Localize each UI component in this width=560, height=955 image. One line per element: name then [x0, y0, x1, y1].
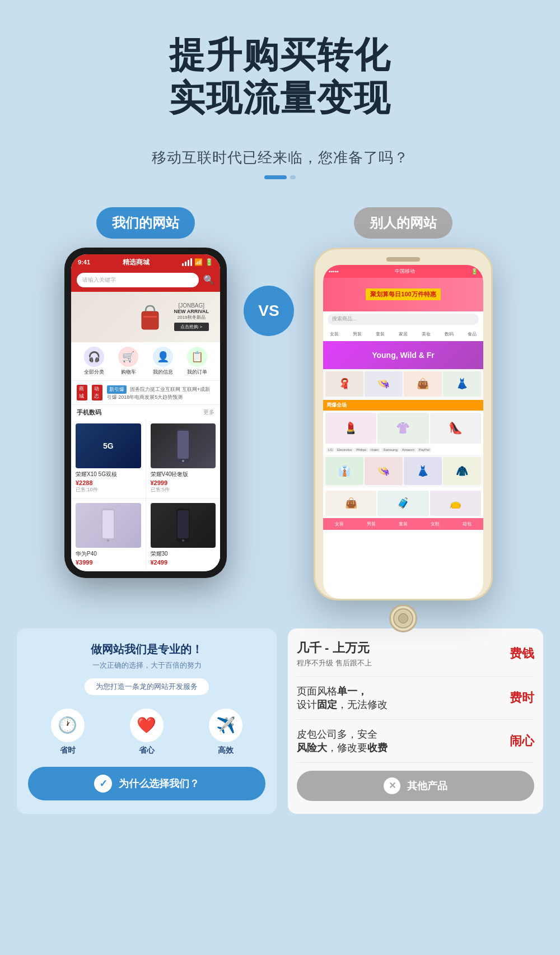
- other-products-button[interactable]: ✕ 其他产品: [297, 771, 534, 801]
- heart-icon-circle: ❤️: [130, 709, 164, 742]
- btn-bag[interactable]: 箱包: [451, 520, 483, 528]
- all-categories-label: 全部分类: [84, 369, 104, 376]
- product-price-2: ¥2999: [151, 479, 216, 486]
- orders-icon: 📋: [187, 347, 207, 367]
- icon-cart[interactable]: 🛒 购物车: [118, 347, 138, 376]
- banner-promo: 聚划算每日100万件特惠: [366, 288, 440, 300]
- product-item-4[interactable]: 荣耀30 ¥2499: [146, 499, 221, 570]
- status-bar: 9:41 精选商城 📶 🔋: [71, 254, 220, 271]
- design-tag: 费时: [510, 690, 534, 706]
- header-section: 提升购买转化 实现流量变现: [0, 0, 560, 137]
- risk-tag: 闹心: [510, 733, 534, 749]
- brand-philips: Philips: [354, 448, 368, 452]
- left-card-service: 为您打造一条龙的网站开发服务: [85, 678, 209, 695]
- subtitle-text: 移动互联时代已经来临，您准备了吗？: [0, 148, 560, 167]
- nav-home[interactable]: 家居: [392, 329, 415, 339]
- young-wild-text: Young, Wild & Fr: [372, 351, 435, 360]
- risk-text: 皮包公司多，安全风险大，修改要收费: [297, 728, 388, 754]
- time-save-icon-circle: 🕐: [51, 709, 85, 742]
- brand-haier: Haier: [369, 448, 380, 452]
- right-phone-column: 别人的网站 ▪▪▪▪▪ 中国移动 🔋 聚划算每日100万件特惠 搜索商品...: [297, 207, 510, 600]
- news-content: 新引爆 固务院力挺工业互联网 互联网+成新引爆 2018年电商发展5大趋势预测: [107, 385, 214, 401]
- light-search-area: 搜索商品...: [323, 311, 483, 327]
- products-more[interactable]: 更多: [203, 408, 214, 417]
- bag-1: 👜: [325, 491, 376, 516]
- home-button[interactable]: [389, 604, 417, 632]
- right-card-row-1-content: 几千 - 上万元 程序不升级 售后跟不上: [297, 640, 372, 668]
- nav-digital[interactable]: 数码: [437, 329, 460, 339]
- signal-icon: [182, 258, 192, 266]
- plane-icon: ✈️: [216, 716, 236, 734]
- product-name-4: 荣耀30: [151, 550, 216, 558]
- search-input-display[interactable]: 请输入关键字: [77, 273, 199, 287]
- check-icon: ✓: [94, 775, 112, 793]
- svg-point-7: [107, 539, 109, 542]
- nav-women[interactable]: 女装: [323, 329, 346, 339]
- product-item-2[interactable]: 荣耀V40轻奢版 ¥2999 已售:5件: [146, 419, 221, 498]
- banner-bag-image: [130, 297, 170, 337]
- brand-electrolux: Electrolux: [335, 448, 353, 452]
- icon-orders[interactable]: 📋 我的订单: [187, 347, 207, 376]
- cloth-4: 🧥: [443, 457, 481, 485]
- price-text: 几千 - 上万元: [297, 640, 372, 656]
- app-bottom-nav: 🏠 首页 ⚏ 分类 🛒 购物车 👤 我的: [71, 570, 220, 571]
- right-card-row-2-content: 页面风格单一，设计固定，无法修改: [297, 684, 388, 711]
- right-card: 几千 - 上万元 程序不升级 售后跟不上 费钱 页面风格单一，设计固定，无法修改…: [288, 628, 543, 814]
- nav-kid[interactable]: 童装: [369, 329, 392, 339]
- products-title: 手机数码: [77, 408, 101, 417]
- heart-icon: ❤️: [137, 716, 156, 734]
- bag-3: 👝: [430, 491, 481, 516]
- cart-icon: 🛒: [118, 347, 138, 367]
- light-nav: 女装 男装 童装 家居 美妆 数码 食品: [323, 327, 483, 341]
- svg-point-4: [182, 460, 184, 462]
- cloth-2: 👒: [365, 457, 403, 485]
- our-website-phone: 9:41 精选商城 📶 🔋: [64, 248, 227, 578]
- product-image-3: [76, 503, 141, 548]
- vs-section: 我们的网站 9:41 精选商城 📶 🔋: [0, 185, 560, 600]
- right-card-row-1: 几千 - 上万元 程序不升级 售后跟不上 费钱: [297, 640, 534, 677]
- why-choose-us-button[interactable]: ✓ 为什么选择我们？: [28, 767, 265, 800]
- brand-lg: LG: [326, 448, 334, 452]
- btn-shoes[interactable]: 女鞋: [419, 520, 451, 528]
- svg-rect-0: [142, 311, 158, 329]
- product-image-4: [151, 503, 216, 548]
- battery-icon: 🔋: [205, 258, 213, 266]
- svg-rect-3: [178, 431, 189, 459]
- price-tag: 费钱: [510, 645, 534, 662]
- other-website-label: 别人的网站: [354, 207, 452, 239]
- orders-label: 我的订单: [187, 369, 207, 376]
- bottom-cards: 做网站我们是专业的！ 一次正确的选择，大于百倍的努力 为您打造一条龙的网站开发服…: [0, 612, 560, 831]
- dot-blue: [264, 175, 287, 179]
- plane-icon-circle: ✈️: [209, 709, 242, 742]
- product-price-1: ¥2288: [76, 479, 141, 486]
- efficient-label: 高效: [218, 746, 234, 756]
- brand-samsung: Samsung: [381, 448, 399, 452]
- banner-button[interactable]: 点击抢购 >: [174, 323, 209, 331]
- product-name-1: 荣耀X10 5G双核: [76, 470, 141, 478]
- product-item-3[interactable]: 华为P40 ¥3999: [71, 499, 146, 570]
- icon-all-categories[interactable]: 🎧 全部分类: [84, 347, 104, 376]
- x-icon: ✕: [384, 777, 400, 794]
- product-sold-1: 已售:10件: [76, 486, 141, 493]
- search-icon[interactable]: 🔍: [203, 274, 214, 285]
- btn-women[interactable]: 女装: [323, 520, 355, 528]
- nav-men[interactable]: 男装: [346, 329, 369, 339]
- brand-paypal: PayPal: [417, 448, 431, 452]
- btn-men[interactable]: 男装: [355, 520, 387, 528]
- bag-grid: 👜 🧳 👝: [323, 488, 483, 518]
- young-wild-banner: Young, Wild & Fr: [323, 341, 483, 369]
- right-card-row-3: 皮包公司多，安全风险大，修改要收费 闹心: [297, 728, 534, 763]
- product-item-1[interactable]: 5G 荣耀X10 5G双核 ¥2288 已售:10件: [71, 419, 146, 498]
- profile-icon: 👤: [153, 347, 173, 367]
- left-card-icons: 🕐 省时 ❤️ 省心 ✈️ 高效: [28, 709, 265, 756]
- brands-row: LG Electrolux Philips Haier Samsung Amaz…: [323, 446, 483, 454]
- brand-amazon: Amazon: [400, 448, 416, 452]
- cloth-1: 👔: [325, 457, 363, 485]
- nav-beauty[interactable]: 美妆: [414, 329, 437, 339]
- icon-profile[interactable]: 👤 我的信息: [153, 347, 173, 376]
- dot-small: [290, 175, 296, 179]
- btn-child[interactable]: 童装: [387, 520, 419, 528]
- sale-item-3: 👠: [430, 413, 481, 444]
- nav-food[interactable]: 食品: [460, 329, 483, 339]
- time-icon: 🕐: [58, 716, 77, 734]
